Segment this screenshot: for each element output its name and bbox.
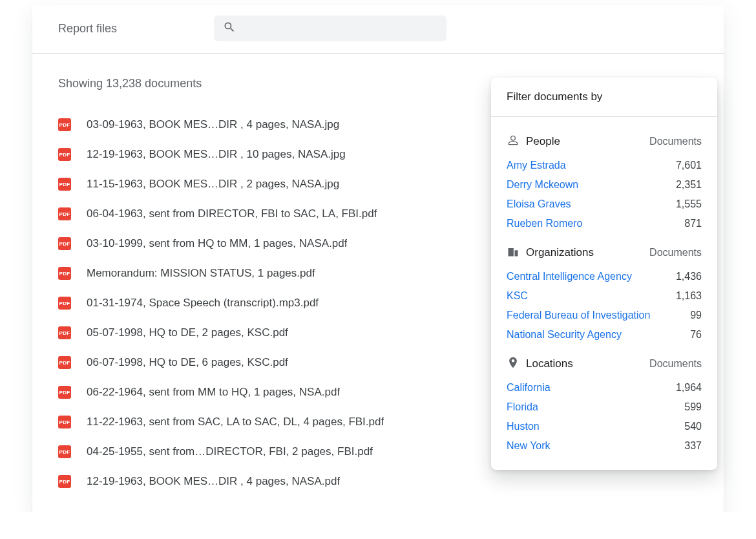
pdf-icon: PDF xyxy=(58,475,71,488)
file-name: 03-10-1999, sent from HQ to MM, 1 pages,… xyxy=(87,237,347,250)
pdf-icon: PDF xyxy=(58,267,71,280)
search-input[interactable] xyxy=(242,23,437,35)
file-name: 05-07-1998, HQ to DE, 2 pages, KSC.pdf xyxy=(87,326,288,339)
file-name: 01-31-1974, Space Speech (transcript).mp… xyxy=(87,297,319,310)
filter-panel: Filter documents by PeopleDocumentsAmy E… xyxy=(491,78,717,470)
filter-item[interactable]: Florida599 xyxy=(507,397,702,417)
pdf-icon: PDF xyxy=(58,207,71,220)
file-name: 12-19-1963, BOOK MES…DIR , 4 pages, NASA… xyxy=(87,475,340,488)
filter-item-count: 540 xyxy=(684,421,702,432)
filter-item[interactable]: Federal Bureau of Investigation99 xyxy=(507,306,702,325)
documents-column-label: Documents xyxy=(649,358,702,370)
filter-item-label[interactable]: Amy Estrada xyxy=(507,160,566,171)
filter-item[interactable]: Eloisa Graves1,555 xyxy=(507,195,702,214)
search-box[interactable] xyxy=(214,16,446,41)
filter-item[interactable]: Derry Mckeown2,351 xyxy=(507,175,702,195)
filter-item-label[interactable]: New York xyxy=(507,440,551,452)
pdf-icon: PDF xyxy=(58,445,71,458)
filter-item-count: 2,351 xyxy=(676,179,702,191)
filter-section-title: Organizations xyxy=(526,246,594,259)
filter-item-label[interactable]: Huston xyxy=(507,421,540,432)
filter-item-label[interactable]: Central Intelligence Agency xyxy=(507,271,632,282)
filter-item-count: 1,436 xyxy=(676,271,702,282)
page-title: Report files xyxy=(58,22,117,36)
org-icon xyxy=(507,245,520,260)
filter-item-label[interactable]: KSC xyxy=(507,290,528,302)
file-name: 03-09-1963, BOOK MES…DIR , 4 pages, NASA… xyxy=(87,118,339,131)
pdf-icon: PDF xyxy=(58,178,71,191)
documents-column-label: Documents xyxy=(649,136,702,147)
file-name: 12-19-1963, BOOK MES…DIR , 10 pages, NAS… xyxy=(87,148,346,161)
filter-item[interactable]: Rueben Romero871 xyxy=(507,214,702,233)
filter-item[interactable]: Huston540 xyxy=(507,417,702,436)
header: Report files xyxy=(32,5,724,54)
filter-item-count: 76 xyxy=(690,329,702,341)
pdf-icon: PDF xyxy=(58,356,71,369)
pdf-icon: PDF xyxy=(58,118,71,131)
location-icon xyxy=(507,356,520,372)
filter-item-label[interactable]: National Security Agency xyxy=(507,329,622,341)
file-name: 11-22-1963, sent from SAC, LA to SAC, DL… xyxy=(87,416,384,428)
pdf-icon: PDF xyxy=(58,386,71,399)
search-icon xyxy=(223,21,236,36)
filter-item-count: 1,163 xyxy=(676,290,702,302)
pdf-icon: PDF xyxy=(58,326,71,339)
filter-item-count: 337 xyxy=(684,440,702,452)
filter-item[interactable]: Central Intelligence Agency1,436 xyxy=(507,267,702,286)
filter-item-count: 871 xyxy=(684,218,702,229)
filter-item[interactable]: California1,964 xyxy=(507,378,702,397)
pdf-icon: PDF xyxy=(58,416,71,428)
pdf-icon: PDF xyxy=(58,297,71,310)
filter-section-title: Locations xyxy=(526,357,573,370)
filter-item[interactable]: New York337 xyxy=(507,436,702,456)
filter-item-label[interactable]: Derry Mckeown xyxy=(507,179,578,191)
filter-panel-title: Filter documents by xyxy=(491,78,717,117)
filter-section-title: People xyxy=(526,135,560,148)
filter-item[interactable]: Amy Estrada7,601 xyxy=(507,156,702,175)
filter-section-head: LocationsDocuments xyxy=(507,356,702,372)
documents-column-label: Documents xyxy=(649,247,702,259)
filter-item[interactable]: KSC1,163 xyxy=(507,286,702,306)
file-name: 06-22-1964, sent from MM to HQ, 1 pages,… xyxy=(87,386,340,399)
filter-section-head: OrganizationsDocuments xyxy=(507,245,702,260)
filter-item-count: 7,601 xyxy=(676,160,702,171)
filter-item-label[interactable]: California xyxy=(507,382,551,394)
file-name: 11-15-1963, BOOK MES…DIR , 2 pages, NASA… xyxy=(87,178,339,191)
file-row[interactable]: PDF12-19-1963, BOOK MES…DIR , 4 pages, N… xyxy=(58,467,698,496)
filter-body: PeopleDocumentsAmy Estrada7,601Derry Mck… xyxy=(491,117,717,470)
filter-item-count: 1,964 xyxy=(676,382,702,394)
filter-item-count: 1,555 xyxy=(676,198,702,210)
filter-item-label[interactable]: Rueben Romero xyxy=(507,218,582,229)
pdf-icon: PDF xyxy=(58,237,71,250)
filter-item-label[interactable]: Federal Bureau of Investigation xyxy=(507,310,650,321)
file-name: 06-04-1963, sent from DIRECTOR, FBI to S… xyxy=(87,207,377,220)
file-name: Memorandum: MISSION STATUS, 1 pages.pdf xyxy=(87,267,315,280)
filter-item-count: 99 xyxy=(690,310,702,321)
filter-item-count: 599 xyxy=(684,401,702,413)
filter-item-label[interactable]: Eloisa Graves xyxy=(507,198,571,210)
filter-section-head: PeopleDocuments xyxy=(507,134,702,149)
file-name: 04-25-1955, sent from…DIRECTOR, FBI, 2 p… xyxy=(87,445,373,458)
filter-item-label[interactable]: Florida xyxy=(507,401,538,413)
file-name: 06-07-1998, HQ to DE, 6 pages, KSC.pdf xyxy=(87,356,288,369)
app-card: Report files Showing 13,238 documents PD… xyxy=(32,5,724,512)
pdf-icon: PDF xyxy=(58,148,71,161)
person-icon xyxy=(507,134,520,149)
filter-item[interactable]: National Security Agency76 xyxy=(507,325,702,344)
